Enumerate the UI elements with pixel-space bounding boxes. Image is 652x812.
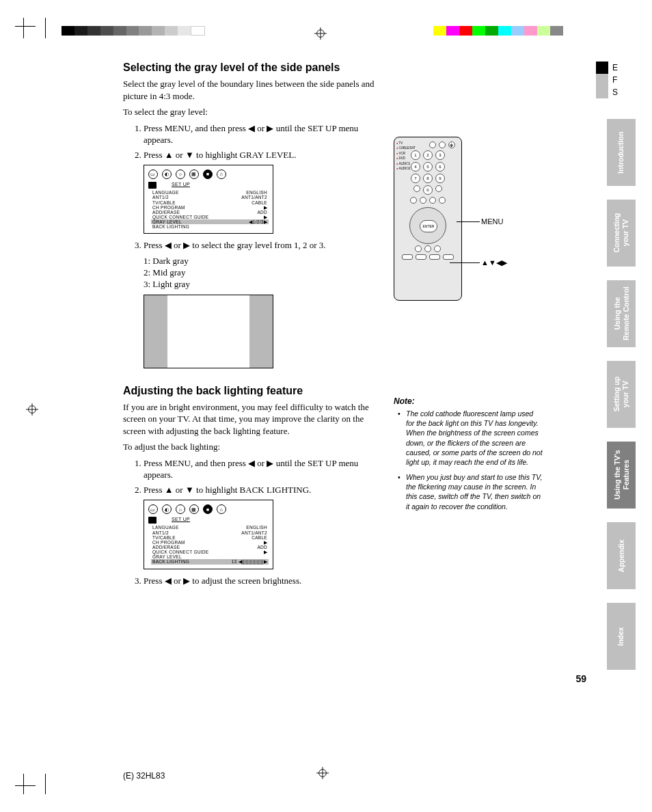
registration-mark [26,403,38,416]
osd-tab-icon: ⌂ [217,170,226,179]
osd-row: ANT1/2ANT1/ANT2 [151,195,269,200]
right-arrow-icon: ▶ [183,240,190,250]
osd-title: SET UP [172,517,190,522]
registration-mark [314,27,327,40]
step-b3: Press ◀ or ▶ to adjust the screen bright… [144,575,388,587]
remote-button: 5 [423,162,433,172]
osd-tab-icon: ▦ [189,170,199,179]
page-number: 59 [575,673,586,684]
osd-row: LANGUAGEENGLISH [151,525,269,530]
remote-button [424,245,431,252]
section-tab: Using the TV'sFeatures [607,442,636,509]
osd-setup-gray-level: ▭ ◐ ☼ ▦ ■ ⌂ SET UP LANGUAGEENGLISHANT1/2… [144,165,273,234]
osd-row: GRAY LEVEL◀1/2/3▶ [151,219,269,224]
remote-button: 3 [435,150,445,160]
crop-mark [23,18,24,38]
intro-back-lighting: If you are in bright environment, you ma… [123,401,388,437]
remote-mode-label: CABLE/SAT [396,146,416,150]
callout-line [457,221,480,222]
intro-gray-level: Select the gray level of the boundary li… [123,78,388,102]
right-arrow-icon: ▶ [267,458,273,468]
registration-mark [316,767,329,779]
osd-tab-icon: ▭ [148,504,158,514]
osd-row: TV/CABLECABLE [151,200,269,205]
osd-row: QUICK CONNECT GUIDE▶ [151,550,269,554]
remote-button: 8 [423,174,433,183]
note-item: The cold cathode fluorescent lamp used f… [400,409,543,467]
note-item: When you just buy and start to use this … [400,472,543,511]
osd-row: LANGUAGEENGLISH [151,190,269,195]
remote-button [439,197,446,204]
remote-button [443,254,454,260]
note-block: Note: The cold cathode fluorescent lamp … [394,396,543,517]
remote-button: 0 [423,185,433,195]
crop-mark [15,785,36,786]
crop-mark [23,774,24,794]
remote-button [402,254,413,260]
gray-panel-preview [144,295,273,368]
remote-mode-label: TV [396,141,416,146]
language-tabs: E F S [596,62,636,98]
section-tab: Introduction [607,119,636,186]
intro-back-lighting-2: To adjust the back lighting: [123,441,388,453]
tv-icon [148,517,157,524]
left-arrow-icon: ◀ [165,240,172,250]
gray-option-3: 3: Light gray [144,279,388,290]
osd-tab-icon: ◐ [162,504,172,514]
remote-button [429,254,440,260]
callout-arrows: ▲▼◀▶ [481,258,507,267]
remote-button [434,245,441,252]
osd-row: BACK LIGHTING [151,224,269,229]
tv-icon [148,182,157,189]
remote-button [439,141,446,148]
osd-row: GRAY LEVEL [151,554,269,559]
remote-mode-label: DVD [396,156,416,161]
down-arrow-icon: ▼ [185,485,194,495]
section-tab: Using theRemote Control [607,280,636,347]
right-arrow-icon: ▶ [267,123,273,133]
crop-mark [45,18,46,38]
intro-gray-level-2: To select the gray level: [123,106,388,118]
step-1: Press MENU, and then press ◀ or ▶ until … [144,122,388,146]
up-arrow-icon: ▲ [165,150,174,160]
lang-s: S [612,87,618,97]
osd-row: ADD/ERASEADD [151,210,269,215]
remote-button [435,185,442,192]
heading-gray-level: Selecting the gray level of the side pan… [123,62,388,74]
osd-row: TV/CABLECABLE [151,535,269,540]
print-colorbar-color [433,26,563,36]
osd-row: ANT1/2ANT1/ANT2 [151,530,269,535]
step-3: Press ◀ or ▶ to select the gray level fr… [144,239,388,252]
remote-dpad: ENTER [409,207,446,244]
gray-option-2: 2: Mid gray [144,267,388,279]
osd-tab-icon: ■ [203,170,213,179]
gray-option-1: 1: Dark gray [144,256,388,267]
step-b2: Press ▲ or ▼ to highlight BACK LIGHTING. [144,484,388,496]
lang-f: F [612,75,617,85]
osd-row: CH PROGRAM▶ [151,540,269,545]
remote-mode-label: AUDIO1 [396,161,416,166]
osd-tab-icon: ⌂ [217,504,226,514]
remote-button [420,197,426,204]
remote-mode-label: VCR [396,151,416,156]
left-arrow-icon: ◀ [165,576,172,586]
section-tab: Appendix [607,522,636,589]
crop-mark [15,26,36,27]
osd-row: QUICK CONNECT GUIDE▶ [151,215,269,219]
down-arrow-icon: ▼ [185,150,194,160]
osd-title: SET UP [172,182,190,187]
osd-row: BACK LIGHTING13 ◀||||||||||||||||▶ [151,559,269,564]
remote-button [410,197,417,204]
print-colorbar-gray [62,26,205,36]
osd-row: ADD/ERASEADD [151,545,269,550]
right-arrow-icon: ▶ [183,576,190,586]
osd-setup-back-lighting: ▭ ◐ ☼ ▦ ■ ⌂ SET UP LANGUAGEENGLISHANT1/2… [144,500,273,569]
left-arrow-icon: ◀ [248,458,255,468]
remote-button: 9 [435,174,445,183]
remote-button [429,141,436,148]
section-tab: Index [607,603,636,670]
osd-row: CH PROGRAM▶ [151,205,269,210]
heading-back-lighting: Adjusting the back lighting feature [123,385,388,397]
step-2: Press ▲ or ▼ to highlight GRAY LEVEL. [144,149,388,161]
left-arrow-icon: ◀ [248,123,255,133]
